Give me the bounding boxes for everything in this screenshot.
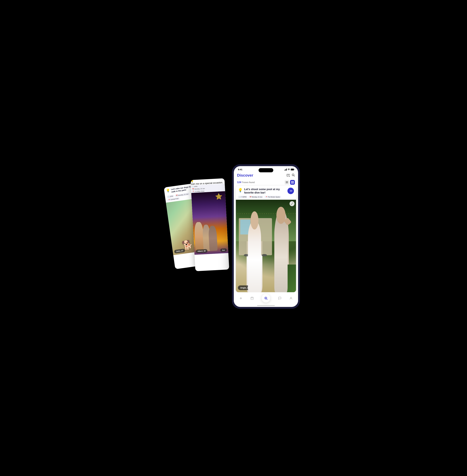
nav-profile-button[interactable] — [289, 297, 293, 300]
svg-point-0 — [289, 170, 289, 170]
calendar-icon-2: 📅 — [192, 188, 194, 190]
filter-dot-icon — [286, 175, 287, 175]
main-card-meta: 🕐 7:30PM 📅 Monday, 22 Jun 📍 The Broken S… — [236, 196, 296, 200]
bulb-icon-party: 💡 — [191, 180, 194, 183]
infinity-button[interactable] — [287, 188, 294, 194]
svg-rect-14 — [251, 297, 253, 300]
svg-rect-8 — [291, 182, 292, 184]
nav-add-button[interactable] — [239, 297, 243, 300]
nav-calendar-button[interactable] — [250, 297, 254, 300]
search-button[interactable] — [292, 173, 295, 177]
svg-point-19 — [265, 298, 266, 299]
clock-icon-main: 🕐 — [239, 196, 241, 198]
list-view-button[interactable] — [285, 180, 289, 185]
svg-rect-6 — [291, 181, 292, 182]
svg-point-21 — [290, 297, 291, 298]
pin-icon-main: 📍 — [265, 196, 267, 198]
calendar-icon-main: 📅 — [250, 196, 251, 198]
svg-rect-9 — [293, 182, 294, 184]
calendar-icon: 📅 — [176, 195, 178, 197]
nav-home-center[interactable] — [262, 294, 270, 302]
filter-icon[interactable] — [286, 174, 290, 177]
main-date-badge: 📅 Monday, 22 Jun — [248, 196, 263, 198]
app-title: Discover — [237, 173, 253, 178]
card-dog-title: Let's take our dogs for a walk in the pa… — [171, 185, 194, 193]
signal-bars-icon — [285, 168, 287, 171]
main-card-title: Let's shoot some pool at my favorite div… — [244, 188, 287, 195]
home-indicator — [234, 304, 298, 307]
status-time: 9:41 — [238, 168, 242, 171]
scene: 💡 Let's take our dogs for a walk in the … — [167, 164, 300, 312]
filter-dot-2-icon — [289, 176, 290, 177]
card-party: 💡 Join me on a special occasion. 🕐 6PM 📅… — [191, 178, 229, 271]
nav-chat-button[interactable] — [278, 297, 281, 300]
svg-line-20 — [267, 299, 267, 300]
clock-icon: 🕐 — [168, 196, 169, 198]
phone-outer: 9:41 — [232, 164, 300, 309]
dynamic-island — [259, 168, 273, 172]
bulb-icon-main: 💡 — [238, 188, 243, 192]
battery-icon — [291, 169, 294, 170]
party-photo: ⭐ — [191, 191, 229, 255]
pin-icon: 📍 — [168, 199, 170, 201]
main-event-card: 💡 Let's shoot some pool at my favorite d… — [236, 186, 296, 292]
grid-view-button[interactable] — [290, 180, 295, 185]
wifi-icon — [288, 168, 290, 171]
card-party-person: Albert, 30 — [196, 249, 208, 253]
status-icons — [285, 168, 294, 171]
phone-screen: 9:41 — [234, 166, 298, 307]
nav-home-button[interactable] — [262, 294, 270, 302]
app-header: Discover — [234, 172, 298, 179]
results-bar: 124 Troovs found — [234, 179, 298, 186]
main-card-header: 💡 Let's shoot some pool at my favorite d… — [236, 186, 296, 196]
woman-left — [248, 220, 261, 292]
svg-rect-3 — [286, 181, 288, 182]
card-party-see-btn[interactable]: See — [220, 248, 227, 252]
svg-line-2 — [294, 175, 295, 176]
main-card-image: Angie, 25 See details — [236, 200, 296, 292]
bottom-nav — [234, 292, 298, 304]
bulb-icon-dog: 💡 — [166, 188, 170, 193]
main-time-badge: 🕐 7:30PM — [238, 196, 247, 198]
women-photo — [236, 200, 296, 292]
home-bar — [257, 305, 275, 306]
view-toggles — [285, 180, 295, 185]
woman-right — [274, 214, 288, 292]
clock-icon-2: 🕐 — [192, 186, 194, 188]
expand-button[interactable] — [289, 201, 295, 206]
svg-rect-4 — [286, 182, 288, 182]
svg-rect-7 — [293, 181, 294, 182]
results-count: 124 Troovs found — [237, 181, 255, 184]
phone-frame: 9:41 — [232, 164, 300, 309]
svg-rect-5 — [286, 183, 288, 183]
header-actions — [286, 173, 295, 177]
string-lights — [236, 213, 296, 214]
pin-icon-2: 📍 — [192, 191, 194, 192]
main-location-badge: 📍 The Broken Spoke — [264, 196, 281, 198]
main-card-title-row: 💡 Let's shoot some pool at my favorite d… — [238, 188, 287, 195]
